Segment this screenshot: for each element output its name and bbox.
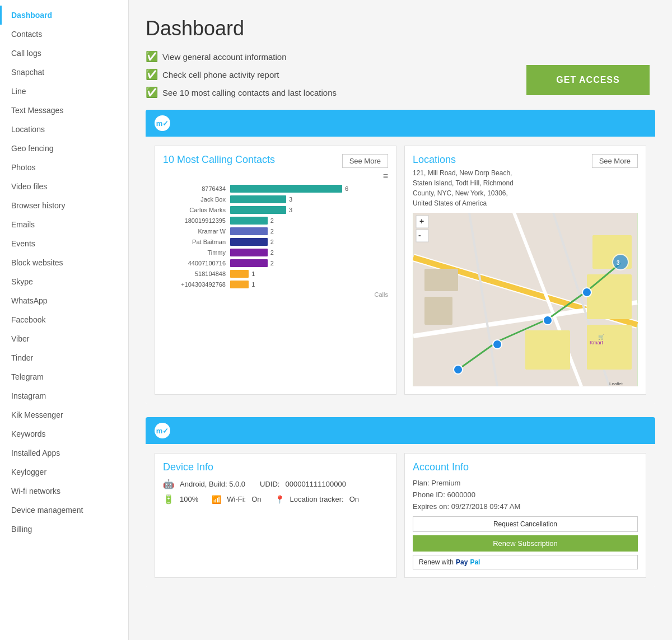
sidebar: DashboardContactsCall logsSnapchatLineTe… [0,0,129,640]
sidebar-item-wi-fi-networks[interactable]: Wi-fi networks [0,482,128,501]
sidebar-item-video-files[interactable]: Video files [0,177,128,196]
battery-icon: 🔋 [163,494,174,504]
locations-see-more-button[interactable]: See More [592,154,638,168]
renew-subscription-button[interactable]: Renew Subscription [413,535,638,552]
sidebar-item-kik-messenger[interactable]: Kik Messenger [0,405,128,424]
sidebar-item-keywords[interactable]: Keywords [0,424,128,443]
sidebar-item-call-logs[interactable]: Call logs [0,44,128,63]
bar [230,195,286,203]
device-panel: Device Info 🤖 Android, Build: 5.0.0 UDID… [155,453,396,578]
bar [230,259,268,267]
sidebar-item-photos[interactable]: Photos [0,158,128,177]
bar-outer: 2 [230,259,388,267]
location-address: 121, Mill Road, New Dorp Beach, Staten I… [413,168,638,208]
bar [230,249,268,256]
map-svg: 3 🛒 Kmart + - Leaflet [413,213,638,386]
contacts-see-more-button[interactable]: See More [342,154,388,168]
sidebar-item-locations[interactable]: Locations [0,120,128,139]
device-battery: 100% [180,495,198,503]
sidebar-item-line[interactable]: Line [0,82,128,101]
map-area[interactable]: 3 🛒 Kmart + - Leaflet [413,213,638,386]
bar [230,238,268,246]
sidebar-item-installed-apps[interactable]: Installed Apps [0,443,128,463]
wifi-icon: 📶 [212,495,221,504]
bar [230,270,249,278]
page-title: Dashboard [146,17,655,40]
account-plan-row: Plan: Premium [413,479,638,487]
sidebar-item-telegram[interactable]: Telegram [0,367,128,386]
device-os-row: 🤖 Android, Build: 5.0.0 UDID: 0000011111… [163,479,388,489]
main-content: Dashboard ✅ View general account informa… [129,0,672,640]
card-header-1: m✓ [146,110,655,137]
bar-outer: 2 [230,227,388,235]
bar-row: Jack Box3 [163,195,388,203]
sidebar-item-geo-fencing[interactable]: Geo fencing [0,139,128,158]
device-os: Android, Build: 5.0.0 [180,480,245,488]
chart-x-label: Calls [163,291,388,298]
bar [230,217,268,225]
sidebar-item-viber[interactable]: Viber [0,329,128,348]
sidebar-item-text-messages[interactable]: Text Messages [0,101,128,120]
svg-rect-8 [424,297,452,325]
svg-rect-11 [587,325,632,370]
bar-value: 6 [345,185,348,192]
renew-paypal-button[interactable]: Renew with PayPal [413,555,638,569]
device-location-label: Location tracker: [290,495,344,503]
device-wifi-status: On [251,495,261,503]
device-status-row: 🔋 100% 📶 Wi-Fi: On 📍 Location tracker: O… [163,494,388,504]
check-label-3: See 10 most calling contacts and last lo… [162,88,337,97]
bar-value: 1 [251,281,255,288]
plan-label: Plan: [413,479,430,487]
bar-value: 2 [270,249,274,256]
sidebar-item-browser-history[interactable]: Browser history [0,196,128,215]
sidebar-item-emails[interactable]: Emails [0,215,128,234]
sidebar-item-contacts[interactable]: Contacts [0,25,128,44]
get-access-button[interactable]: GET ACCESS [526,65,650,95]
svg-rect-10 [587,274,632,319]
bar-row: 5181048481 [163,270,388,278]
sidebar-item-instagram[interactable]: Instagram [0,386,128,405]
bar-row: Pat Baitman2 [163,238,388,246]
check-icon-3: ✅ [146,86,158,99]
bar-label: Jack Box [163,196,230,203]
sidebar-item-events[interactable]: Events [0,234,128,253]
account-phoneid-row: Phone ID: 6000000 [413,490,638,499]
bar [230,281,249,288]
sidebar-item-device-management[interactable]: Device management [0,501,128,520]
check-label-1: View general account information [162,52,287,62]
plan-value: Premium [431,479,460,487]
sidebar-item-skype[interactable]: Skype [0,272,128,291]
device-account-body: Device Info 🤖 Android, Build: 5.0.0 UDID… [146,444,655,587]
sidebar-item-tinder[interactable]: Tinder [0,348,128,367]
bar-label: 8776434 [163,185,230,192]
sidebar-item-keylogger[interactable]: Keylogger [0,463,128,482]
sidebar-item-dashboard[interactable]: Dashboard [0,6,128,25]
request-cancellation-button[interactable]: Request Cancellation [413,516,638,532]
sidebar-item-whatsapp[interactable]: WhatsApp [0,291,128,310]
bar-value: 3 [289,196,292,203]
sidebar-item-block-websites[interactable]: Block websites [0,253,128,272]
bar-label: 518104848 [163,270,230,277]
sidebar-item-facebook[interactable]: Facebook [0,310,128,329]
bar-label: Carlus Marks [163,207,230,213]
svg-point-14 [543,316,552,325]
sidebar-item-billing[interactable]: Billing [0,520,128,539]
bar [230,227,268,235]
bar-value: 2 [270,217,274,224]
paypal-text-2: Pal [470,558,480,566]
bar-label: 180019912395 [163,217,230,224]
expires-label: Expires on: [413,502,449,511]
bar [230,206,286,214]
location-pin-icon: 📍 [275,495,284,504]
hamburger-icon[interactable]: ≡ [163,171,388,181]
bar-value: 3 [289,207,292,213]
device-location-status: On [349,495,359,503]
bar-value: 2 [270,239,274,245]
sidebar-item-snapchat[interactable]: Snapchat [0,63,128,82]
bar-value: 1 [251,270,255,277]
phone-id-label: Phone ID: [413,490,445,499]
svg-point-15 [613,254,628,270]
bar-row: 1800199123952 [163,217,388,225]
svg-text:Leaflet: Leaflet [609,381,623,386]
main-card-2: m✓ Device Info 🤖 Android, Build: 5.0.0 U… [146,417,655,587]
